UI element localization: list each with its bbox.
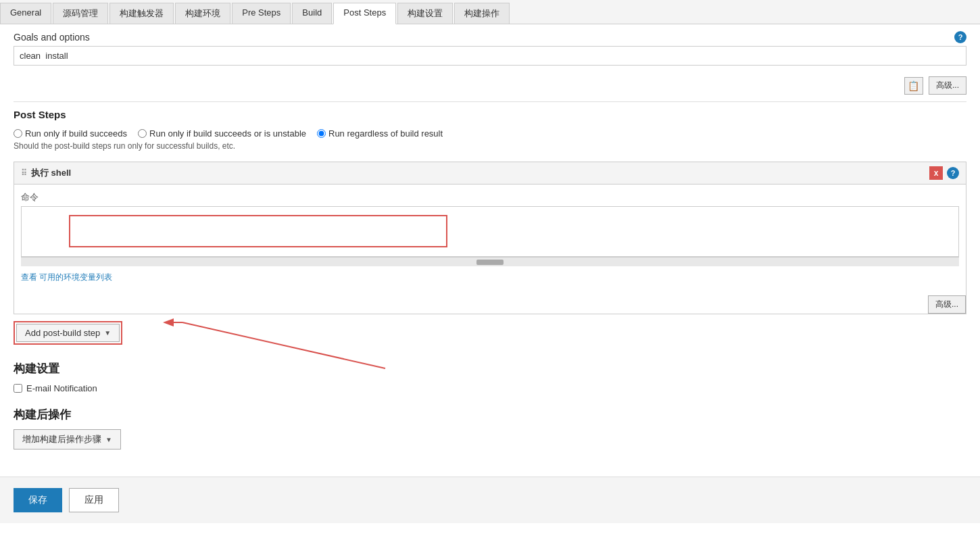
tab-source[interactable]: 源码管理: [53, 3, 108, 24]
add-post-build-step-button[interactable]: Add post-build step ▼: [16, 324, 120, 342]
post-build-actions-section: 构建后操作 增加构建后操作步骤 ▼: [14, 407, 966, 449]
advanced-row-shell: 高级...: [14, 295, 966, 314]
build-settings-section: 构建设置 E-mail Notification: [14, 361, 966, 393]
env-link: 查看 可用的环境变量列表: [21, 272, 959, 283]
cmd-label: 命令: [21, 191, 959, 203]
email-notification-item: E-mail Notification: [14, 383, 966, 393]
radio-run-regardless[interactable]: [317, 129, 326, 138]
radio-label-1: Run only if build succeeds: [25, 128, 127, 139]
post-steps-desc: Should the post-build steps run only for…: [14, 141, 966, 151]
tab-presteps[interactable]: Pre Steps: [232, 3, 291, 24]
scroll-thumb: [476, 260, 504, 265]
add-step-red-border: Add post-build step ▼: [14, 321, 122, 345]
toolbar-row: 📋 高级...: [14, 76, 966, 95]
cmd-textarea[interactable]: [22, 207, 958, 254]
save-button[interactable]: 保存: [14, 488, 62, 512]
shell-title: ⠿ 执行 shell: [21, 167, 71, 179]
post-steps-title: Post Steps: [14, 109, 966, 123]
add-step-area: Add post-build step ▼: [14, 321, 966, 345]
shell-block-header: ⠿ 执行 shell x ?: [14, 162, 966, 185]
advanced-btn-goals[interactable]: 高级...: [929, 76, 966, 95]
divider-1: [14, 101, 966, 102]
add-step-dropdown-arrow: ▼: [104, 329, 111, 337]
cmd-textarea-wrapper: [21, 206, 959, 257]
tab-bar: General 源码管理 构建触发器 构建环境 Pre Steps Build …: [0, 0, 980, 24]
goals-help-icon[interactable]: ?: [954, 31, 966, 43]
tab-buildsettings[interactable]: 构建设置: [397, 3, 453, 24]
tab-buildactions[interactable]: 构建操作: [454, 3, 510, 24]
tab-triggers[interactable]: 构建触发器: [109, 3, 174, 24]
delete-shell-button[interactable]: x: [929, 166, 943, 180]
shell-body: 命令 查看 可用的环境变量列表: [14, 185, 966, 290]
build-settings-title: 构建设置: [14, 361, 966, 376]
post-build-actions-title: 构建后操作: [14, 407, 966, 422]
goals-input[interactable]: [14, 46, 966, 66]
save-row: 保存 应用: [0, 477, 980, 523]
tab-build[interactable]: Build: [292, 3, 332, 24]
arrow-annotation: [162, 314, 378, 368]
email-notification-checkbox[interactable]: [14, 384, 22, 393]
radio-item-1[interactable]: Run only if build succeeds: [14, 128, 127, 139]
tab-poststeps[interactable]: Post Steps: [333, 3, 396, 24]
email-notification-label: E-mail Notification: [26, 383, 97, 393]
env-link-anchor[interactable]: 查看 可用的环境变量列表: [21, 272, 112, 282]
radio-label-3: Run regardless of build result: [328, 128, 443, 139]
radio-run-only-success[interactable]: [14, 129, 22, 138]
advanced-btn-shell[interactable]: 高级...: [928, 295, 966, 314]
shell-help-icon[interactable]: ?: [947, 167, 959, 179]
shell-block: ⠿ 执行 shell x ? 命令 查看 可用的环境变量列表: [14, 162, 966, 314]
post-action-dropdown-arrow: ▼: [105, 436, 112, 443]
radio-item-2[interactable]: Run only if build succeeds or is unstabl…: [138, 128, 306, 139]
apply-button[interactable]: 应用: [69, 488, 119, 512]
goals-section: Goals and options ?: [14, 31, 966, 66]
tab-env[interactable]: 构建环境: [175, 3, 230, 24]
add-step-label: Add post-build step: [25, 328, 100, 338]
clipboard-icon[interactable]: 📋: [904, 77, 923, 95]
add-post-action-button[interactable]: 增加构建后操作步骤 ▼: [14, 429, 121, 449]
shell-header-right: x ?: [929, 166, 959, 180]
goals-label: Goals and options: [14, 32, 90, 43]
scroll-bar[interactable]: [21, 257, 959, 266]
radio-group: Run only if build succeeds Run only if b…: [14, 128, 966, 139]
tab-general[interactable]: General: [0, 3, 51, 24]
post-steps-section: Post Steps Run only if build succeeds Ru…: [14, 109, 966, 151]
drag-handle-icon[interactable]: ⠿: [21, 168, 27, 178]
shell-title-text: 执行 shell: [31, 167, 71, 179]
radio-item-3[interactable]: Run regardless of build result: [317, 128, 443, 139]
radio-run-success-unstable[interactable]: [138, 129, 147, 138]
radio-label-2: Run only if build succeeds or is unstabl…: [149, 128, 306, 139]
add-post-action-label: 增加构建后操作步骤: [22, 433, 101, 445]
